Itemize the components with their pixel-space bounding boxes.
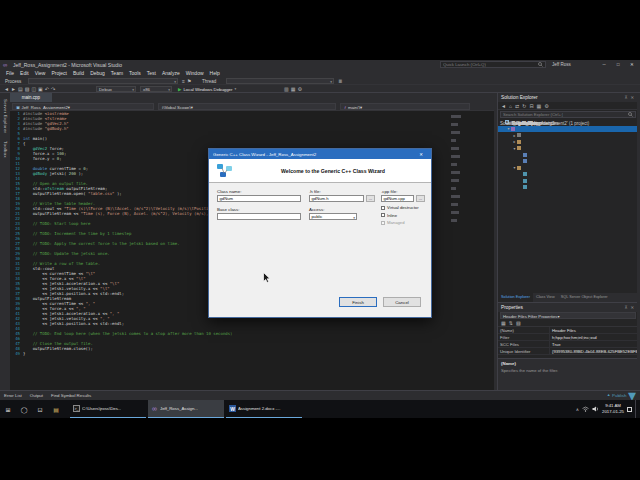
action-center-icon[interactable] <box>627 407 632 412</box>
menu-help[interactable]: Help <box>207 69 223 77</box>
signed-in-user[interactable]: Jeff Ross <box>552 62 571 67</box>
tree-item-main-cpp[interactable]: main.cpp <box>498 184 637 191</box>
menu-edit[interactable]: Edit <box>17 69 32 77</box>
taskbar-app-c-users-jross-des[interactable]: >_C:\Users\jross\Des... <box>70 400 146 418</box>
checkbox-box[interactable] <box>381 221 385 225</box>
hidden-icons-chevron[interactable]: ∧ <box>576 407 579 412</box>
solution-explorer-icon[interactable]: ▦ <box>291 85 296 93</box>
open-file-icon[interactable]: ▨ <box>25 85 30 93</box>
process-combo[interactable]: ▾ <box>28 78 178 84</box>
start-debugging-button[interactable]: ▶ Local Windows Debugger ▾ <box>176 86 238 92</box>
show-desktop-button[interactable] <box>635 400 638 418</box>
network-icon[interactable] <box>582 406 589 412</box>
task-view-icon[interactable]: ⊡ <box>32 400 48 418</box>
panel-tab-solution-explorer[interactable]: Solution Explorer <box>498 293 533 302</box>
panel-tab-sql-server-object-explorer[interactable]: SQL Server Object Explorer <box>558 293 611 302</box>
property-row-filter[interactable]: Filterh;hpp;hxx;hm;inl;inc;xsd <box>498 334 637 341</box>
close-icon[interactable]: ✕ <box>630 305 634 310</box>
cpp-file-input[interactable]: gdNum.cpp <box>381 195 414 202</box>
scrollbar-map[interactable] <box>450 115 464 365</box>
menu-project[interactable]: Project <box>48 69 70 77</box>
taskbar-app-assignment-2-docx[interactable]: WAssignment 2.docx -... <box>226 400 302 418</box>
h-file-input[interactable]: gdNum.h <box>309 195 364 202</box>
checkbox-inline[interactable]: Inline <box>381 213 419 218</box>
find-in-files-icon[interactable]: ▥ <box>284 85 289 93</box>
collapse-all-icon[interactable]: ⊟ <box>529 102 533 110</box>
solution-platforms-combo[interactable]: x86▾ <box>140 86 172 92</box>
show-all-files-icon[interactable]: ▦ <box>537 102 542 110</box>
dialog-title-bar[interactable]: Generic C++ Class Wizard - Jeff_Ross_Ass… <box>209 149 431 159</box>
stack-frame-icon[interactable]: ≣ <box>338 77 342 85</box>
property-row-unique-identifier[interactable]: Unique Identifier{93995380-89BD-4b04-88E… <box>498 348 637 355</box>
property-row-name[interactable]: (Name)Header Files <box>498 327 637 334</box>
access-select[interactable]: public▾ <box>309 213 357 220</box>
finish-button[interactable]: Finish <box>339 297 377 307</box>
refresh-icon[interactable]: ↻ <box>522 102 526 110</box>
home-icon[interactable]: ⌂ <box>509 102 512 110</box>
menu-tools[interactable]: Tools <box>126 69 144 77</box>
property-row-scc-files[interactable]: SCC FilesTrue <box>498 341 637 348</box>
minimize-button[interactable]: ─ <box>597 60 611 69</box>
tab-main-cpp[interactable]: main.cpp <box>10 93 52 102</box>
menu-build[interactable]: Build <box>70 69 87 77</box>
nav-project-dropdown[interactable]: ▣Jeff_Ross_Assignment2▾ <box>12 103 154 110</box>
checkbox-virtual-destructor[interactable]: Virtual destructor <box>381 205 419 210</box>
menu-debug[interactable]: Debug <box>87 69 108 77</box>
undo-icon[interactable]: ↶ <box>45 85 49 93</box>
nav-scope-dropdown[interactable]: (Global Scope)▾ <box>158 103 336 110</box>
close-icon[interactable]: ✕ <box>630 95 634 100</box>
properties-object-dropdown[interactable]: Header Files Filter Properties▾ <box>500 312 636 319</box>
back-icon[interactable]: ◄ <box>501 102 506 110</box>
checkbox-box[interactable] <box>381 206 385 210</box>
file-explorer-icon[interactable]: ▤ <box>48 400 64 418</box>
menu-window[interactable]: Window <box>183 69 207 77</box>
save-icon[interactable]: ◫ <box>31 85 36 93</box>
close-button[interactable]: ✕ <box>625 60 639 69</box>
checkbox-managed[interactable]: Managed <box>381 220 419 225</box>
menu-file[interactable]: File <box>3 69 17 77</box>
taskbar-clock[interactable]: 9:41 AM 2017-01-25 <box>602 403 624 414</box>
menu-view[interactable]: View <box>32 69 49 77</box>
cpp-file-browse-button[interactable]: ... <box>416 195 425 202</box>
bottom-tab-output[interactable]: Output <box>26 391 47 401</box>
side-tab-server-explorer[interactable]: Server Explorer <box>3 99 8 133</box>
publish-button[interactable]: ▲ Publish ▾ <box>607 390 636 400</box>
show-threads-icon[interactable]: ≡ <box>182 77 185 85</box>
pin-icon[interactable]: ⊼ <box>624 305 627 310</box>
back-icon[interactable]: ◄ <box>4 85 9 93</box>
search-icon[interactable]: ◯ <box>16 400 32 418</box>
h-file-browse-button[interactable]: ... <box>366 195 375 202</box>
quick-launch-input[interactable]: Quick Launch (Ctrl+Q) <box>440 61 546 68</box>
property-pages-icon[interactable]: ▧ <box>516 319 521 327</box>
base-class-input[interactable] <box>217 213 301 220</box>
menu-test[interactable]: Test <box>144 69 159 77</box>
panel-tab-class-view[interactable]: Class View <box>533 293 558 302</box>
switch-views-icon[interactable]: ⇄ <box>515 102 519 110</box>
solution-explorer-search-input[interactable]: Search Solution Explorer (Ctrl+;) <box>500 111 636 118</box>
alphabetical-icon[interactable]: ⇅ <box>509 319 513 327</box>
side-tab-toolbox[interactable]: Toolbox <box>3 141 8 158</box>
bottom-tab-error-list[interactable]: Error List <box>0 391 26 401</box>
menu-team[interactable]: Team <box>108 69 126 77</box>
pin-icon[interactable]: ⊼ <box>624 95 627 100</box>
volume-icon[interactable] <box>592 406 599 412</box>
checkbox-box[interactable] <box>381 213 385 217</box>
taskbar-app-jeff-ross-assign[interactable]: ∞Jeff_Ross_Assign... <box>148 400 224 418</box>
save-all-icon[interactable]: ▣ <box>38 85 43 93</box>
dialog-close-button[interactable]: ✕ <box>415 152 427 157</box>
redo-icon[interactable]: ↷ <box>51 85 55 93</box>
categorized-icon[interactable]: ▦ <box>501 319 506 327</box>
properties-window-icon[interactable]: ⚙ <box>297 85 301 93</box>
solution-configurations-combo[interactable]: Debug▾ <box>96 86 136 92</box>
properties-icon[interactable]: ⚙ <box>544 102 548 110</box>
menu-analyze[interactable]: Analyze <box>159 69 183 77</box>
forward-icon[interactable]: ► <box>11 85 16 93</box>
cancel-button[interactable]: Cancel <box>383 297 421 307</box>
thread-combo[interactable]: ▾ <box>226 78 334 84</box>
bottom-tab-find-symbol-results[interactable]: Find Symbol Results <box>47 391 95 401</box>
class-name-input[interactable]: gdNum <box>217 195 301 202</box>
new-project-icon[interactable]: ▤ <box>18 85 23 93</box>
maximize-button[interactable]: □ <box>611 60 625 69</box>
start-button[interactable]: ⊞ <box>0 400 16 418</box>
flag-icon[interactable]: ⚑ <box>187 77 191 85</box>
